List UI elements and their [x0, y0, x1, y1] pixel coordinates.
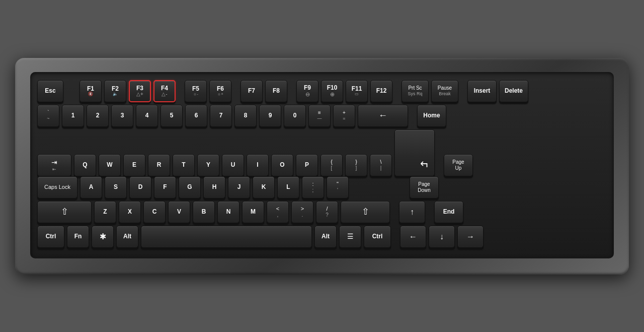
- keyboard-inner: Esc F1 🔇 F2 🔈 F3 △+ F4 △- F5 ☼-: [30, 72, 614, 258]
- key-slash[interactable]: / ?: [316, 201, 338, 223]
- key-left-arrow[interactable]: ←: [400, 226, 426, 248]
- key-j[interactable]: J: [228, 176, 250, 198]
- key-f6[interactable]: F6 ☼+: [209, 80, 231, 102]
- key-f1[interactable]: F1 🔇: [79, 80, 102, 102]
- key-c[interactable]: C: [143, 201, 166, 223]
- key-comma[interactable]: < ,: [267, 201, 289, 223]
- key-equals[interactable]: + =: [333, 105, 355, 127]
- key-space[interactable]: [141, 226, 312, 248]
- key-1[interactable]: 1: [62, 105, 84, 127]
- key-g[interactable]: G: [179, 176, 201, 198]
- key-b[interactable]: B: [193, 201, 215, 223]
- key-f9[interactable]: F9 ⊖: [296, 80, 318, 102]
- key-delete[interactable]: Delete: [499, 80, 528, 102]
- key-shift-left[interactable]: ⇧: [37, 201, 92, 223]
- key-capslock[interactable]: Caps Lock: [37, 176, 77, 198]
- key-fn[interactable]: Fn: [67, 226, 89, 248]
- key-w[interactable]: W: [99, 154, 121, 176]
- zxcv-row: ⇧ Z X C V B N M < , > . / ? ⇧: [37, 201, 607, 223]
- key-backtick[interactable]: ` ~: [37, 105, 59, 127]
- keyboard-shell: Esc F1 🔇 F2 🔈 F3 △+ F4 △- F5 ☼-: [15, 58, 629, 275]
- key-k[interactable]: K: [253, 176, 275, 198]
- key-e[interactable]: E: [123, 154, 145, 176]
- key-8[interactable]: 8: [234, 105, 257, 127]
- asdf-row: Caps Lock A S D F G H J K L : ; " ': [37, 176, 607, 198]
- key-win[interactable]: ✱: [92, 226, 114, 248]
- key-backslash[interactable]: \ |: [370, 154, 392, 176]
- key-semicolon[interactable]: : ;: [302, 176, 324, 198]
- key-ctrl-left[interactable]: Ctrl: [37, 226, 64, 248]
- key-7[interactable]: 7: [210, 105, 232, 127]
- key-i[interactable]: I: [247, 154, 269, 176]
- key-lbracket[interactable]: { [: [320, 154, 343, 176]
- key-period[interactable]: > .: [291, 201, 313, 223]
- bottom-row: Ctrl Fn ✱ Alt Alt ☰ Ctrl: [37, 226, 607, 248]
- key-h[interactable]: H: [203, 176, 225, 198]
- key-home[interactable]: Home: [417, 105, 446, 127]
- key-p[interactable]: P: [296, 154, 318, 176]
- key-pause[interactable]: Pause Break: [431, 80, 458, 102]
- key-pagedown[interactable]: PageDown: [410, 176, 439, 198]
- enter-container: ↵: [394, 129, 435, 176]
- key-6[interactable]: 6: [185, 105, 207, 127]
- key-ctrl-right[interactable]: Ctrl: [364, 226, 391, 248]
- key-f5[interactable]: F5 ☼-: [185, 80, 207, 102]
- key-n[interactable]: N: [217, 201, 239, 223]
- key-rbracket[interactable]: } ]: [345, 154, 367, 176]
- key-f3[interactable]: F3 △+: [129, 80, 151, 102]
- key-s[interactable]: S: [105, 176, 127, 198]
- key-insert[interactable]: Insert: [467, 80, 497, 102]
- key-4[interactable]: 4: [136, 105, 158, 127]
- key-esc[interactable]: Esc: [37, 80, 63, 102]
- key-r[interactable]: R: [148, 154, 170, 176]
- key-f12[interactable]: F12: [370, 80, 392, 102]
- key-tab[interactable]: ⇥ ⇤: [37, 154, 71, 176]
- key-pageup[interactable]: PageUp: [444, 154, 473, 176]
- key-backspace[interactable]: ←: [358, 105, 408, 127]
- key-o[interactable]: O: [271, 154, 293, 176]
- key-2[interactable]: 2: [87, 105, 109, 127]
- key-up-arrow[interactable]: ↑: [399, 201, 425, 223]
- key-end[interactable]: End: [434, 201, 463, 223]
- key-d[interactable]: D: [129, 176, 151, 198]
- key-x[interactable]: X: [119, 201, 141, 223]
- qwerty-row: ⇥ ⇤ Q W E R T Y U I O P { [ } ] \ |: [37, 129, 607, 176]
- key-right-arrow[interactable]: →: [457, 226, 484, 248]
- key-y[interactable]: Y: [197, 154, 219, 176]
- key-minus[interactable]: ≡ —: [308, 105, 331, 127]
- key-f4[interactable]: F4 △-: [153, 80, 176, 102]
- key-l[interactable]: L: [277, 176, 299, 198]
- key-z[interactable]: Z: [94, 201, 116, 223]
- key-quote[interactable]: " ': [327, 176, 349, 198]
- key-f2[interactable]: F2 🔈: [104, 80, 126, 102]
- key-a[interactable]: A: [80, 176, 102, 198]
- key-q[interactable]: Q: [74, 154, 96, 176]
- key-t[interactable]: T: [173, 154, 195, 176]
- function-row: Esc F1 🔇 F2 🔈 F3 △+ F4 △- F5 ☼-: [37, 80, 607, 102]
- key-0[interactable]: 0: [284, 105, 306, 127]
- key-f11[interactable]: F11 ▭: [346, 80, 368, 102]
- key-9[interactable]: 9: [259, 105, 281, 127]
- key-prtsc[interactable]: Prt Sc Sys Rq: [401, 80, 429, 102]
- key-5[interactable]: 5: [160, 105, 183, 127]
- key-u[interactable]: U: [222, 154, 244, 176]
- key-f[interactable]: F: [154, 176, 176, 198]
- key-f7[interactable]: F7: [240, 80, 263, 102]
- key-m[interactable]: M: [242, 201, 264, 223]
- key-alt-right[interactable]: Alt: [314, 226, 337, 248]
- key-3[interactable]: 3: [111, 105, 133, 127]
- key-alt-left[interactable]: Alt: [116, 226, 138, 248]
- key-enter[interactable]: ↵: [394, 129, 435, 176]
- key-shift-right[interactable]: ⇧: [341, 201, 390, 223]
- key-f8[interactable]: F8: [265, 80, 287, 102]
- number-row: ` ~ 1 2 3 4 5 6 7: [37, 105, 607, 127]
- key-down-arrow[interactable]: ↓: [429, 226, 455, 248]
- key-menu[interactable]: ☰: [339, 226, 361, 248]
- key-f10[interactable]: F10 ⊕: [321, 80, 343, 102]
- key-v[interactable]: V: [168, 201, 190, 223]
